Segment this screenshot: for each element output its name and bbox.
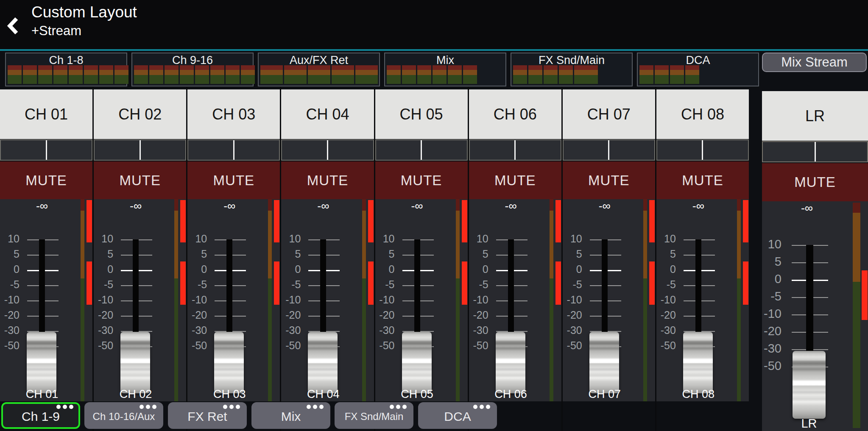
tick-label: 10 (0, 233, 20, 245)
overview-block-meters (8, 65, 125, 84)
tick-label: -20 (0, 309, 20, 321)
channel-name-button[interactable]: LR (762, 91, 868, 141)
channel-name-button[interactable]: CH 04 (281, 89, 374, 139)
tab-ch-1-9[interactable]: Ch 1-9 (1, 402, 80, 429)
mute-button[interactable]: MUTE (94, 161, 186, 199)
channel-label: CH 02 (104, 388, 167, 401)
channel-name-button[interactable]: CH 05 (375, 89, 468, 139)
pan-slider[interactable] (563, 139, 655, 161)
channel-name-button[interactable]: CH 02 (94, 89, 186, 139)
channel-name-button[interactable]: CH 08 (656, 89, 749, 139)
overview-block[interactable]: DCA (637, 53, 759, 86)
tab-fx-snd-main[interactable]: FX Snd/Main (335, 402, 413, 429)
fader-knob[interactable] (27, 332, 56, 393)
mini-meter (655, 65, 669, 84)
channel-name-button[interactable]: CH 03 (187, 89, 280, 139)
mini-meter (134, 65, 148, 84)
tab-label: Ch 1-9 (22, 409, 60, 424)
mini-meter (8, 65, 22, 84)
mute-button[interactable]: MUTE (281, 161, 374, 199)
tab-label: FX Snd/Main (345, 411, 404, 423)
mini-meter (332, 65, 354, 84)
meter-level (368, 200, 374, 242)
mini-meter (84, 65, 98, 84)
fader-section: -∞1050-5-10-20-30-50CH 03 (187, 199, 280, 401)
mini-meter (544, 65, 558, 84)
fader-value: -∞ (198, 200, 261, 213)
tick-label: 5 (563, 248, 582, 260)
fader-value: -∞ (291, 200, 355, 213)
fader-knob[interactable] (589, 332, 619, 393)
channel-label: CH 03 (198, 388, 261, 401)
pan-slider[interactable] (0, 139, 92, 161)
overview-block[interactable]: Aux/FX Ret (258, 53, 380, 86)
mute-button[interactable]: MUTE (375, 161, 468, 199)
mini-meter (417, 65, 431, 84)
channel-label: LR (775, 417, 843, 431)
mini-meter (114, 65, 128, 84)
mix-stream-button[interactable]: Mix Stream (762, 53, 867, 72)
mute-button[interactable]: MUTE (0, 161, 92, 199)
tab-fx-ret[interactable]: FX Ret (168, 402, 247, 429)
mini-meter (195, 65, 209, 84)
channel-label: CH 06 (479, 388, 543, 401)
meter-level (555, 261, 561, 305)
channel-strip: CH 08MUTE-∞1050-5-10-20-30-50CH 08 (656, 87, 749, 431)
mini-meter (180, 65, 194, 84)
tab-label: DCA (444, 409, 471, 424)
pan-slider[interactable] (469, 139, 561, 161)
fader-knob[interactable] (120, 332, 150, 393)
main-lr-strip: LR MUTE -∞1050-5-10-20-30-50LR (762, 87, 868, 431)
fader-knob[interactable] (793, 351, 826, 419)
tick-label: 10 (762, 237, 781, 251)
tick-label: -5 (187, 278, 207, 291)
tab-ch-10-16-aux[interactable]: Ch 10-16/Aux (84, 402, 163, 429)
overview-block[interactable]: Ch 1-8 (5, 53, 127, 86)
pan-slider[interactable] (281, 139, 374, 161)
tick-label: -5 (0, 278, 20, 291)
overview-block[interactable]: FX Snd/Main (511, 53, 633, 86)
overview-block[interactable]: Mix (384, 53, 506, 86)
tick-label: -10 (563, 294, 582, 306)
mini-meter (685, 65, 699, 84)
mini-meter (99, 65, 113, 84)
tick-label: -30 (762, 342, 781, 356)
overview-block[interactable]: Ch 9-16 (131, 53, 254, 86)
meter-scale (643, 199, 647, 401)
overview-block-label: Ch 1-8 (6, 53, 126, 66)
mute-button[interactable]: MUTE (563, 161, 655, 199)
mini-meter (639, 65, 653, 84)
tab-mix[interactable]: Mix (251, 402, 330, 429)
tab-options-dots (56, 405, 73, 409)
mute-button[interactable]: MUTE (187, 161, 280, 199)
pan-slider[interactable] (656, 139, 749, 161)
mute-button[interactable]: MUTE (762, 163, 868, 201)
mute-button[interactable]: MUTE (656, 161, 749, 199)
mute-button[interactable]: MUTE (469, 161, 561, 199)
back-button[interactable] (3, 15, 22, 36)
tick-label: 5 (656, 248, 676, 260)
pan-slider[interactable] (187, 139, 280, 161)
tab-options-dots (307, 405, 324, 409)
fader-knob[interactable] (496, 332, 525, 393)
fader-knob[interactable] (402, 332, 432, 393)
tick-label: 5 (187, 248, 207, 260)
tick-label: -50 (94, 339, 113, 352)
pan-slider[interactable] (94, 139, 186, 161)
fader-knob[interactable] (683, 332, 713, 393)
tab-dca[interactable]: DCA (418, 402, 497, 429)
fader-section: -∞1050-5-10-20-30-50CH 08 (656, 199, 749, 401)
channel-name-button[interactable]: CH 07 (563, 89, 655, 139)
fader-knob[interactable] (214, 332, 244, 393)
pan-slider[interactable] (375, 139, 468, 161)
channel-name-button[interactable]: CH 06 (469, 89, 561, 139)
tick-label: 10 (375, 233, 395, 245)
overview-block-label: DCA (638, 53, 758, 66)
pan-slider[interactable] (762, 141, 868, 162)
channel-strip: CH 05MUTE-∞1050-5-10-20-30-50CH 05 (375, 87, 469, 431)
channel-name-button[interactable]: CH 01 (0, 89, 92, 139)
meter-level (368, 261, 374, 305)
tab-options-dots (223, 405, 240, 409)
fader-knob[interactable] (308, 332, 338, 393)
meter-level (555, 200, 561, 242)
